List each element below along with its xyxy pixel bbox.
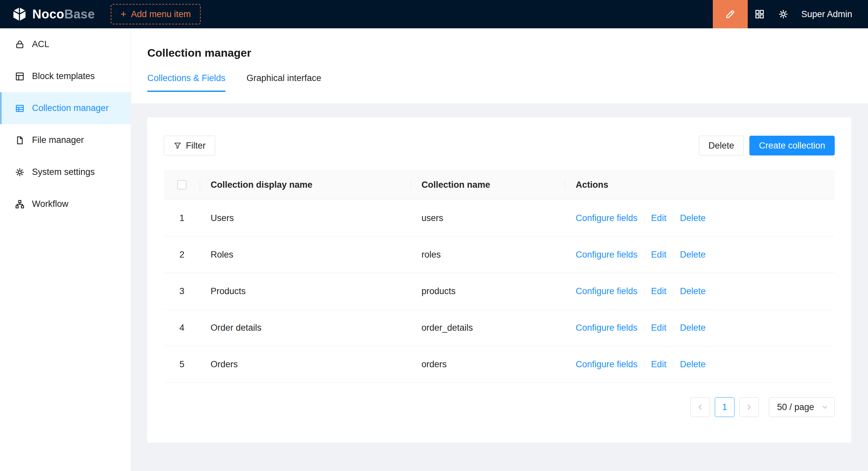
pagination-next-button[interactable] bbox=[739, 397, 759, 417]
sidebar-item-system-settings[interactable]: System settings bbox=[0, 156, 131, 188]
edit-link[interactable]: Edit bbox=[651, 323, 666, 333]
page-size-select[interactable]: 50 / page bbox=[769, 397, 835, 417]
user-menu[interactable]: Super Admin bbox=[801, 9, 852, 20]
filter-label: Filter bbox=[186, 141, 206, 151]
page-size-value: 50 / page bbox=[777, 402, 814, 412]
action-divider bbox=[673, 360, 673, 369]
sidebar-item-acl[interactable]: ACL bbox=[0, 28, 131, 60]
edit-link[interactable]: Edit bbox=[651, 286, 666, 296]
workflow-icon bbox=[15, 199, 25, 209]
configure-fields-link[interactable]: Configure fields bbox=[576, 286, 638, 296]
lock-icon bbox=[15, 39, 25, 49]
edit-link[interactable]: Edit bbox=[651, 213, 666, 223]
sidebar: ACL Block templates Collection manager bbox=[0, 28, 131, 471]
edit-link[interactable]: Edit bbox=[651, 250, 666, 260]
nocobase-logo-icon bbox=[11, 6, 28, 23]
table-icon bbox=[15, 103, 25, 113]
edit-link[interactable]: Edit bbox=[651, 359, 666, 370]
pagination: 1 50 / page bbox=[164, 397, 835, 417]
logo-text: NocoBase bbox=[32, 7, 95, 22]
filter-funnel-icon bbox=[173, 141, 182, 150]
configure-fields-link[interactable]: Configure fields bbox=[576, 213, 638, 223]
action-divider bbox=[644, 213, 645, 223]
add-menu-item-label: Add menu item bbox=[131, 9, 191, 20]
content-area: Filter Delete Create collection bbox=[131, 103, 868, 471]
cell-collection-name: orders bbox=[411, 359, 565, 370]
page-header: Collection manager Collections & Fields … bbox=[131, 28, 868, 103]
filter-button[interactable]: Filter bbox=[164, 136, 215, 156]
action-divider bbox=[644, 323, 645, 332]
sidebar-item-block-templates[interactable]: Block templates bbox=[0, 60, 131, 92]
pagination-page-1[interactable]: 1 bbox=[715, 397, 735, 417]
table-header-row: Collection display name Collection name … bbox=[164, 170, 835, 200]
cell-collection-name: order_details bbox=[411, 323, 565, 333]
sidebar-item-label: Block templates bbox=[32, 71, 95, 81]
ui-editor-toggle-button[interactable] bbox=[713, 0, 748, 28]
add-menu-item-button[interactable]: + Add menu item bbox=[111, 4, 201, 24]
delete-label: Delete bbox=[709, 141, 734, 151]
create-collection-button[interactable]: Create collection bbox=[749, 136, 835, 156]
action-divider bbox=[673, 323, 673, 332]
file-icon bbox=[15, 135, 25, 145]
action-divider bbox=[673, 213, 673, 223]
sidebar-item-label: ACL bbox=[32, 39, 50, 49]
table-row: 1 Users users Configure fields Edit Dele… bbox=[164, 200, 835, 236]
highlighter-icon bbox=[725, 8, 736, 20]
create-collection-label: Create collection bbox=[759, 141, 825, 151]
header-cell-actions: Actions bbox=[565, 170, 835, 200]
app-header: NocoBase + Add menu item Super Admin bbox=[0, 0, 868, 28]
chevron-down-icon bbox=[821, 403, 829, 411]
cell-display-name: Products bbox=[200, 286, 411, 296]
settings-button[interactable] bbox=[771, 0, 795, 28]
delete-link[interactable]: Delete bbox=[680, 323, 706, 333]
gear-icon bbox=[778, 9, 788, 20]
row-index: 1 bbox=[164, 213, 200, 223]
delete-link[interactable]: Delete bbox=[680, 286, 706, 296]
toolbar: Filter Delete Create collection bbox=[164, 136, 835, 156]
delete-link[interactable]: Delete bbox=[680, 213, 706, 223]
tab-graphical-interface[interactable]: Graphical interface bbox=[247, 73, 321, 92]
chevron-left-icon bbox=[696, 403, 704, 411]
pagination-prev-button[interactable] bbox=[690, 397, 710, 417]
collections-card: Filter Delete Create collection bbox=[147, 117, 851, 443]
cell-display-name: Roles bbox=[200, 250, 411, 260]
row-index: 5 bbox=[164, 359, 200, 370]
cell-display-name: Users bbox=[200, 213, 411, 223]
cell-collection-name: users bbox=[411, 213, 565, 223]
header-cell-collection-name: Collection name bbox=[411, 170, 565, 200]
action-divider bbox=[673, 250, 673, 259]
chevron-right-icon bbox=[745, 403, 753, 411]
table-row: 2 Roles roles Configure fields Edit Dele… bbox=[164, 236, 835, 273]
cell-collection-name: roles bbox=[411, 250, 565, 260]
cell-display-name: Order details bbox=[200, 323, 411, 333]
configure-fields-link[interactable]: Configure fields bbox=[576, 359, 638, 370]
delete-link[interactable]: Delete bbox=[680, 359, 706, 370]
configure-fields-link[interactable]: Configure fields bbox=[576, 250, 638, 260]
collections-table: Collection display name Collection name … bbox=[164, 170, 835, 383]
header-cell-select bbox=[164, 170, 200, 200]
logo[interactable]: NocoBase bbox=[0, 6, 95, 23]
row-index: 2 bbox=[164, 250, 200, 260]
sidebar-item-collection-manager[interactable]: Collection manager bbox=[0, 92, 131, 124]
row-index: 3 bbox=[164, 286, 200, 296]
gear-icon bbox=[15, 167, 25, 177]
action-divider bbox=[644, 360, 645, 369]
action-divider bbox=[644, 250, 645, 259]
page-title: Collection manager bbox=[147, 46, 868, 59]
sidebar-item-file-manager[interactable]: File manager bbox=[0, 124, 131, 156]
tab-bar: Collections & Fields Graphical interface bbox=[147, 73, 868, 92]
layout-icon bbox=[15, 71, 25, 81]
configure-fields-link[interactable]: Configure fields bbox=[576, 323, 638, 333]
select-all-checkbox[interactable] bbox=[177, 180, 187, 190]
cell-collection-name: products bbox=[411, 286, 565, 296]
tab-collections-fields[interactable]: Collections & Fields bbox=[147, 73, 225, 92]
sidebar-item-workflow[interactable]: Workflow bbox=[0, 188, 131, 220]
sidebar-item-label: Collection manager bbox=[32, 103, 109, 113]
row-index: 4 bbox=[164, 323, 200, 333]
cell-display-name: Orders bbox=[200, 359, 411, 370]
delete-button[interactable]: Delete bbox=[699, 136, 744, 156]
delete-link[interactable]: Delete bbox=[680, 250, 706, 260]
header-cell-display-name: Collection display name bbox=[200, 170, 411, 200]
plugins-button[interactable] bbox=[748, 0, 771, 28]
action-divider bbox=[673, 287, 673, 296]
